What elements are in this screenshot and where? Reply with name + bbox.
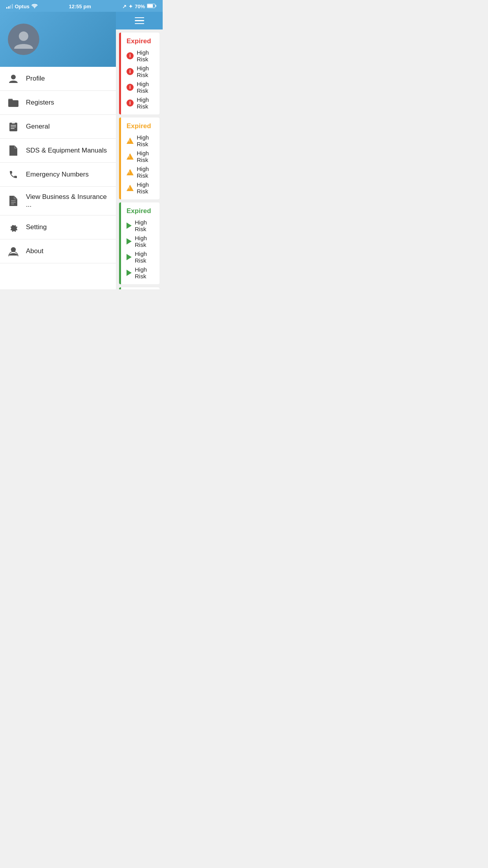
status-bar: Optus 12:55 pm ↗ ✦ 70% xyxy=(0,0,163,12)
expired-red-card[interactable]: Expired i High Risk i High Risk i High R… xyxy=(119,33,160,114)
sidebar-item-registers[interactable]: Registers xyxy=(0,91,116,115)
battery-label: 70% xyxy=(135,4,145,9)
hamburger-button[interactable] xyxy=(116,12,163,29)
sidebar-item-emergency-label: Emergency Numbers xyxy=(26,171,89,178)
item-label: High Risk xyxy=(135,235,154,248)
item-label: High Risk xyxy=(137,49,154,63)
sidebar-item-registers-label: Registers xyxy=(26,99,54,107)
sidebar-item-emergency[interactable]: Emergency Numbers xyxy=(0,163,116,187)
warning-icon xyxy=(127,138,134,144)
item-label: High Risk xyxy=(137,166,154,179)
bluetooth-icon: ✦ xyxy=(128,4,133,9)
expired-green-title: Expired xyxy=(127,207,151,215)
clipboard-icon xyxy=(8,121,19,132)
time-label: 12:55 pm xyxy=(69,4,91,9)
svg-point-4 xyxy=(19,31,28,41)
item-label: High Risk xyxy=(137,134,154,147)
item-label: High Risk xyxy=(137,150,154,163)
warning-icon xyxy=(127,185,134,191)
sidebar-item-general[interactable]: General xyxy=(0,115,116,139)
right-panel: Expired i High Risk i High Risk i High R… xyxy=(116,12,163,289)
item-label: High Risk xyxy=(135,250,154,264)
warning-icon xyxy=(127,169,134,175)
file-icon xyxy=(8,195,19,206)
play-icon xyxy=(127,270,132,276)
svg-rect-13 xyxy=(11,204,14,204)
svg-rect-3 xyxy=(147,4,153,7)
sidebar-item-profile[interactable]: Profile xyxy=(0,67,116,91)
list-item[interactable]: i High Risk xyxy=(127,81,154,94)
sidebar: Profile Registers xyxy=(0,12,116,289)
svg-rect-9 xyxy=(11,127,16,127)
hamburger-icon xyxy=(135,17,144,24)
play-icon xyxy=(127,238,132,245)
warning-icon xyxy=(127,153,134,160)
info-icon: i xyxy=(127,68,134,75)
wifi-icon xyxy=(31,4,38,9)
sidebar-item-business[interactable]: View Business & Insurance ... xyxy=(0,187,116,215)
list-item[interactable]: High Risk xyxy=(127,181,154,195)
svg-rect-7 xyxy=(12,121,15,123)
list-item[interactable]: High Risk xyxy=(127,235,154,248)
svg-rect-12 xyxy=(11,202,16,203)
location-icon: ↗ xyxy=(122,4,127,9)
svg-rect-2 xyxy=(156,5,156,7)
expired-orange-title: Expired xyxy=(127,122,151,130)
sidebar-item-about-label: About xyxy=(26,247,43,255)
svg-rect-11 xyxy=(11,200,16,201)
expired-red-title: Expired xyxy=(127,37,151,45)
item-label: High Risk xyxy=(135,266,154,280)
sidebar-item-profile-label: Profile xyxy=(26,75,45,83)
list-item[interactable]: High Risk xyxy=(127,150,154,163)
sidebar-item-sds-label: SDS & Equipment Manuals xyxy=(26,147,107,154)
item-label: High Risk xyxy=(137,65,154,78)
list-item[interactable]: i High Risk xyxy=(127,96,154,110)
person-icon xyxy=(8,73,19,84)
gear-icon xyxy=(8,222,19,233)
play-icon xyxy=(127,223,132,229)
sidebar-item-setting[interactable]: Setting xyxy=(0,215,116,239)
expired-green-card[interactable]: Expired High Risk High Risk High Risk xyxy=(119,202,160,284)
svg-rect-8 xyxy=(11,125,16,126)
item-label: High Risk xyxy=(137,181,154,195)
sidebar-item-general-label: General xyxy=(26,123,50,131)
sidebar-item-business-label: View Business & Insurance ... xyxy=(26,193,108,209)
svg-point-5 xyxy=(11,75,16,79)
list-item[interactable]: i High Risk xyxy=(127,65,154,78)
info-icon: i xyxy=(127,52,134,59)
item-label: High Risk xyxy=(135,219,154,232)
folder-icon xyxy=(8,97,19,108)
info-person-icon xyxy=(8,246,19,257)
menu-list: Profile Registers xyxy=(0,67,116,289)
svg-rect-10 xyxy=(11,128,15,129)
signal-bars xyxy=(6,4,13,9)
list-item[interactable]: High Risk xyxy=(127,266,154,280)
info-icon: i xyxy=(127,99,134,107)
list-item[interactable]: High Risk xyxy=(127,166,154,179)
list-item[interactable]: High Risk xyxy=(127,134,154,147)
sidebar-header xyxy=(0,12,116,67)
svg-point-0 xyxy=(34,7,35,8)
phone-icon xyxy=(8,169,19,180)
expired-orange-card[interactable]: Expired High Risk High Risk High Risk xyxy=(119,118,160,199)
document-icon xyxy=(8,145,19,156)
play-icon xyxy=(127,254,132,260)
item-label: High Risk xyxy=(137,96,154,110)
sidebar-item-sds[interactable]: SDS & Equipment Manuals xyxy=(0,139,116,163)
carrier-label: Optus xyxy=(15,4,30,9)
list-item[interactable]: i High Risk xyxy=(127,49,154,63)
item-label: High Risk xyxy=(137,81,154,94)
sidebar-item-setting-label: Setting xyxy=(26,223,47,231)
battery-icon xyxy=(147,4,156,9)
avatar xyxy=(8,24,39,55)
list-item[interactable]: High Risk xyxy=(127,219,154,232)
map-card[interactable]: Map xyxy=(119,287,160,289)
sidebar-item-about[interactable]: About xyxy=(0,239,116,263)
list-item[interactable]: High Risk xyxy=(127,250,154,264)
info-icon: i xyxy=(127,84,134,91)
